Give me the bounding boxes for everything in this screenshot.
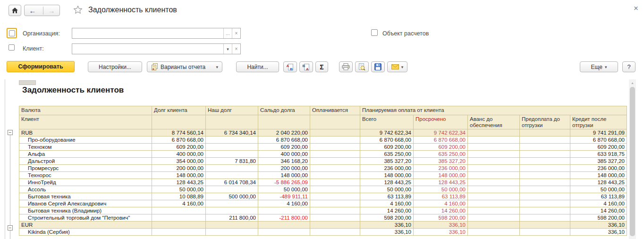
client-row[interactable]: Альфа400 000,00400 000,00635 250,00635 2… [19,151,627,158]
value-cell[interactable] [310,129,360,137]
client-name-cell[interactable]: Иванов Сергей Александрович [19,200,152,207]
value-cell[interactable]: 128 443,25 [570,179,627,186]
print-button[interactable] [339,61,353,72]
client-name-cell[interactable]: Ассоль [19,186,152,193]
value-cell[interactable] [468,165,520,172]
col-header-total[interactable]: Всего [360,115,414,129]
report-variants-button[interactable]: Варианты отчета ▾ [147,61,222,72]
value-cell[interactable]: 336,10 [570,229,627,236]
collapse-groupings-button[interactable]: B A [299,61,313,72]
value-cell[interactable]: -5 886 265,09 [258,179,310,186]
client-name-cell[interactable]: Про-оборудование [19,137,152,144]
client-name-cell[interactable]: Технорос [19,172,152,179]
value-cell[interactable]: 14 260,00 [360,207,414,214]
value-cell[interactable] [468,214,520,222]
value-cell[interactable]: 10 088,89 [152,193,206,200]
vertical-scrollbar[interactable]: ▲ [629,79,636,239]
value-cell[interactable]: 336,10 [360,222,414,229]
value-cell[interactable] [310,165,360,172]
forward-button[interactable]: → [43,7,59,15]
value-cell[interactable]: 336,10 [570,222,627,229]
value-cell[interactable]: 6 870 668,00 [360,137,414,144]
value-cell[interactable] [468,207,520,214]
value-cell[interactable]: 236 000,00 [570,165,627,172]
client-row[interactable]: Про-оборудование6 870 668,006 870 668,00… [19,137,627,144]
client-row[interactable]: Техноком609 200,00609 200,00609 200,0060… [19,144,627,151]
value-cell[interactable]: 148 000,00 [360,172,414,179]
expand-groupings-button[interactable]: A B [283,61,297,72]
value-cell[interactable] [520,214,570,222]
value-cell[interactable]: 200 000,00 [258,165,310,172]
client-row[interactable]: Дальстрой354 000,007 831,80346 168,20385… [19,158,627,165]
value-cell[interactable] [310,214,360,222]
client-dropdown-button[interactable]: ▾ [223,44,232,54]
client-name-cell[interactable]: Бытовая техника (Владимир) [19,207,152,214]
col-header-currency[interactable]: Валюта [19,106,152,115]
value-cell[interactable]: 148 000,00 [414,172,468,179]
client-row[interactable]: Иванов Сергей Александрович4 160,004 160… [19,200,627,207]
settlement-object-checkbox[interactable] [371,29,378,36]
client-clear-button[interactable]: × [232,44,240,54]
value-cell[interactable] [310,193,360,200]
value-cell[interactable] [310,151,360,158]
scrollbar-thumb[interactable] [630,87,635,236]
col-header-debt-client[interactable]: Долг клиента [152,106,206,115]
value-cell[interactable]: 9 742 622,34 [414,129,468,137]
value-cell[interactable] [310,207,360,214]
print-preview-button[interactable] [355,61,369,72]
find-button[interactable]: Найти... [236,61,279,72]
value-cell[interactable] [520,179,570,186]
value-cell[interactable] [206,151,258,158]
value-cell[interactable]: 2 040 220,00 [258,129,310,137]
value-cell[interactable]: 236 000,00 [414,165,468,172]
value-cell[interactable] [468,186,520,193]
value-cell[interactable]: 609 200,00 [152,144,206,151]
generate-button[interactable]: Сформировать [7,61,75,72]
value-cell[interactable]: -489 911,11 [258,193,310,200]
currency-group-row[interactable]: EUR336,10336,10336,10 [19,222,627,229]
value-cell[interactable] [468,229,520,236]
value-cell[interactable]: 128 443,25 [360,179,414,186]
organization-clear-button[interactable]: × [232,28,240,38]
value-cell[interactable]: 8 774 560,14 [152,129,206,137]
organization-checkbox[interactable] [9,30,15,36]
value-cell[interactable] [206,222,258,229]
value-cell[interactable] [310,229,360,236]
value-cell[interactable] [152,214,206,222]
col-header-client[interactable]: Клиент [19,115,152,129]
value-cell[interactable] [206,186,258,193]
value-cell[interactable] [520,137,570,144]
client-name-cell[interactable]: Дальстрой [19,158,152,165]
home-button[interactable] [8,5,21,16]
col-header-our-debt[interactable]: Наш долг [206,106,258,115]
value-cell[interactable]: 63 113,89 [570,193,627,200]
value-cell[interactable]: 609 200,00 [414,144,468,151]
col-header-paying[interactable]: Оплачивается [310,106,360,115]
value-cell[interactable]: 14 260,00 [414,207,468,214]
value-cell[interactable] [206,229,258,236]
value-cell[interactable] [520,186,570,193]
col-header-empty[interactable] [206,115,258,129]
col-header-advance[interactable]: Аванс до обеспечения [468,115,520,129]
value-cell[interactable]: 50 000,00 [414,186,468,193]
client-row[interactable]: Ассоль50 000,0050 000,0050 000,0050 000,… [19,186,627,193]
value-cell[interactable]: 4 160,00 [570,200,627,207]
col-header-prepayment[interactable]: Предоплата до отгрузки [520,115,570,129]
value-cell[interactable]: 6 734 340,14 [206,129,258,137]
organization-picker-button[interactable]: ... [223,28,232,38]
value-cell[interactable] [310,200,360,207]
value-cell[interactable] [468,144,520,151]
value-cell[interactable]: 50 000,00 [258,186,310,193]
col-header-overdue[interactable]: Просрочено [414,115,468,129]
value-cell[interactable] [520,144,570,151]
value-cell[interactable] [206,165,258,172]
value-cell[interactable] [206,137,258,144]
client-row[interactable]: Строительный торговый дом "Петрович"211 … [19,214,627,222]
value-cell[interactable] [520,172,570,179]
value-cell[interactable]: 211 800,00 [206,214,258,222]
value-cell[interactable]: 128 443,25 [152,179,206,186]
value-cell[interactable] [258,222,310,229]
value-cell[interactable] [258,229,310,236]
value-cell[interactable]: 346 168,20 [258,158,310,165]
value-cell[interactable] [468,129,520,137]
